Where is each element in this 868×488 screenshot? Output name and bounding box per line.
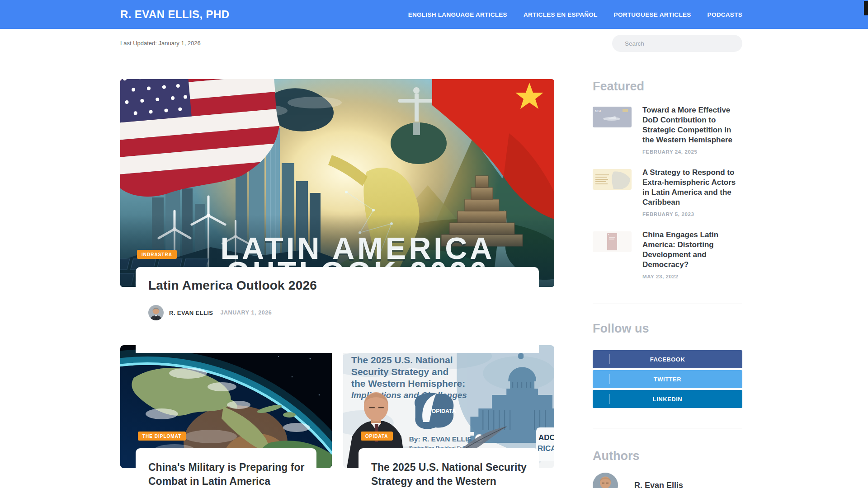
- article-card-china-military: THE DIPLOMAT China's Military is Prepari…: [120, 345, 332, 488]
- featured-title[interactable]: Toward a More Effective DoD Contribution…: [642, 105, 740, 145]
- nav-podcasts[interactable]: PODCASTS: [708, 11, 742, 18]
- featured-text: A Strategy to Respond to Extra-hemispher…: [642, 168, 740, 217]
- header-bar: R. EVAN ELLIS, PHD ENGLISH LANGUAGE ARTI…: [0, 0, 868, 29]
- nav-articles-espanol[interactable]: ARTICLES EN ESPAÑOL: [524, 11, 598, 18]
- author-avatar-large[interactable]: [593, 473, 618, 488]
- opidata-logo-text: OPIDATA: [432, 408, 456, 414]
- last-updated-label: Last Updated: January 1, 2026: [120, 40, 201, 47]
- article-card-nss-2025: The 2025 U.S. National Security Strategy…: [343, 345, 554, 488]
- article-title[interactable]: China's Military is Preparing for Combat…: [148, 460, 311, 488]
- cover-byline: By: R. EVAN ELLIS: [409, 435, 472, 443]
- latin-america-montage-graphic: LATIN AMERICA LATIN AMERICA OUTLOOK 2026: [120, 79, 554, 287]
- featured-date: FEBRUARY 5, 2023: [642, 211, 740, 217]
- page: R. EVAN ELLIS, PHD ENGLISH LANGUAGE ARTI…: [0, 0, 868, 488]
- hero-article-title[interactable]: Latin America Outlook 2026: [148, 278, 526, 293]
- article-category-badge[interactable]: THE DIPLOMAT: [138, 432, 186, 441]
- facebook-button[interactable]: FACEBOOK: [593, 350, 742, 368]
- hero-title-card: Latin America Outlook 2026 R. EVAN ELLIS…: [136, 267, 539, 353]
- author-avatar: [148, 305, 164, 320]
- featured-title[interactable]: A Strategy to Respond to Extra-hemispher…: [642, 168, 740, 207]
- cover-title-line1: The 2025 U.S. National: [351, 355, 453, 365]
- scrollbar-thumb[interactable]: [864, 1, 868, 15]
- linkedin-button[interactable]: LINKEDIN: [593, 390, 742, 408]
- featured-item: China Engages Latin America: Distorting …: [593, 230, 742, 279]
- header-inner: R. EVAN ELLIS, PHD ENGLISH LANGUAGE ARTI…: [120, 0, 742, 29]
- featured-date: MAY 23, 2022: [642, 274, 740, 279]
- hero-category-badge[interactable]: INDRASTRA: [137, 250, 177, 259]
- nav-english-articles[interactable]: ENGLISH LANGUAGE ARTICLES: [408, 11, 507, 18]
- corner-logo-graphic: ADO& RICAS: [536, 427, 554, 461]
- featured-item: SSI Toward a More Effective DoD Contribu…: [593, 105, 742, 155]
- hero-image[interactable]: LATIN AMERICA LATIN AMERICA OUTLOOK 2026: [120, 79, 554, 287]
- article-category-badge[interactable]: OPIDATA: [361, 432, 393, 441]
- sidebar-divider: [593, 304, 742, 304]
- search-input[interactable]: [612, 35, 742, 52]
- corner-logo-line1: ADO&: [538, 433, 554, 442]
- main-nav: ENGLISH LANGUAGE ARTICLES ARTICLES EN ES…: [408, 11, 742, 18]
- article-title-card: The 2025 U.S. National Security Strategy…: [359, 448, 539, 488]
- featured-title[interactable]: China Engages Latin America: Distorting …: [642, 230, 740, 270]
- author-name[interactable]: R. Evan Ellis: [634, 481, 683, 488]
- featured-list: SSI Toward a More Effective DoD Contribu…: [593, 105, 742, 292]
- featured-thumbnail-book[interactable]: [593, 231, 632, 252]
- cover-title-line2: Security Strategy and: [351, 366, 448, 377]
- article-title[interactable]: The 2025 U.S. National Security Strategy…: [371, 460, 533, 488]
- sidebar-divider: [593, 428, 742, 428]
- hero-author-row: R. EVAN ELLIS JANUARY 1, 2026: [148, 305, 526, 320]
- featured-item: A Strategy to Respond to Extra-hemispher…: [593, 168, 742, 217]
- hero-author-name[interactable]: R. EVAN ELLIS: [169, 310, 213, 316]
- hero-post-date: JANUARY 1, 2026: [220, 310, 272, 316]
- featured-date: FEBRUARY 24, 2025: [642, 149, 740, 155]
- nav-portuguese-articles[interactable]: PORTUGUESE ARTICLES: [614, 11, 691, 18]
- featured-text: China Engages Latin America: Distorting …: [642, 230, 740, 279]
- follow-us-heading: Follow us: [593, 322, 742, 336]
- site-title[interactable]: R. EVAN ELLIS, PHD: [120, 8, 229, 21]
- authors-heading: Authors: [593, 449, 742, 463]
- corner-logo-line2: RICAS: [538, 444, 554, 453]
- article-title-card: China's Military is Preparing for Combat…: [136, 448, 316, 488]
- twitter-button[interactable]: TWITTER: [593, 370, 742, 388]
- author-block: R. Evan Ellis: [593, 473, 742, 488]
- featured-text: Toward a More Effective DoD Contribution…: [642, 105, 740, 155]
- cover-title-line3: the Western Hemisphere:: [351, 378, 465, 389]
- hero-article: LATIN AMERICA LATIN AMERICA OUTLOOK 2026…: [120, 79, 554, 350]
- featured-thumbnail-ssi[interactable]: SSI: [593, 107, 632, 127]
- featured-thumbnail-strategy[interactable]: [593, 169, 632, 190]
- featured-heading: Featured: [593, 80, 742, 94]
